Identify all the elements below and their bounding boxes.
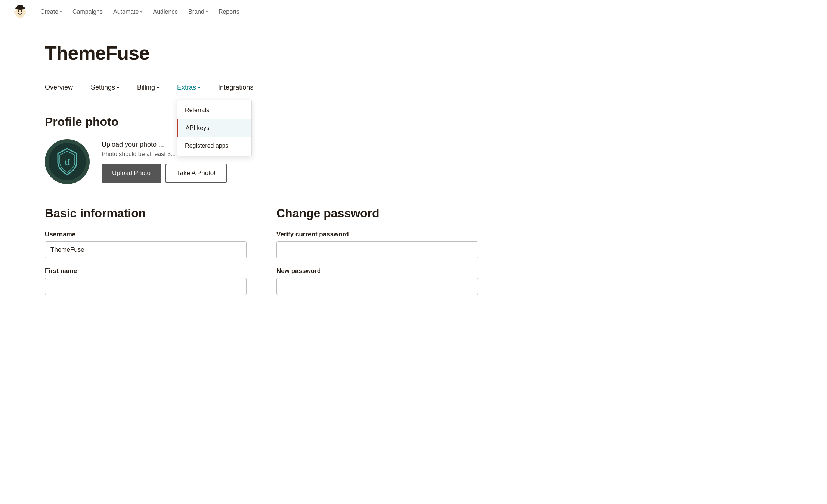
nav-audience-label: Audience	[153, 9, 178, 15]
photo-buttons: Upload Photo Take A Photo!	[102, 164, 227, 183]
svg-point-3	[18, 10, 19, 12]
username-label: Username	[45, 231, 247, 238]
upload-photo-button[interactable]: Upload Photo	[102, 164, 161, 183]
nav-reports-label: Reports	[219, 9, 239, 15]
firstname-group: First name	[45, 267, 247, 295]
logo[interactable]	[12, 4, 28, 20]
dropdown-api-keys-label: API keys	[186, 125, 209, 131]
extras-dropdown-menu: Referrals API keys Registered apps	[177, 100, 252, 156]
subnav-extras-label: Extras	[177, 84, 196, 91]
main-content: ThemeFuse Overview Settings ▾ Billing ▾ …	[0, 24, 523, 322]
nav-create-chevron: ▾	[60, 9, 62, 14]
nav-item-reports[interactable]: Reports	[219, 9, 239, 15]
nav-items-list: Create ▾ Campaigns Automate ▾ Audience B…	[40, 9, 239, 15]
new-password-label: New password	[276, 267, 478, 275]
nav-brand-chevron: ▾	[206, 9, 208, 14]
subnav-billing[interactable]: Billing ▾	[137, 79, 167, 97]
new-password-group: New password	[276, 267, 478, 295]
dropdown-item-api-keys[interactable]: API keys	[177, 119, 251, 137]
nav-brand-label: Brand	[188, 9, 204, 15]
change-password-section: Change password Verify current password …	[276, 206, 478, 304]
nav-item-campaigns[interactable]: Campaigns	[72, 9, 103, 15]
svg-point-4	[21, 10, 22, 12]
nav-automate-chevron: ▾	[140, 9, 142, 14]
nav-automate-label: Automate	[113, 9, 139, 15]
profile-photo-row: tf Upload your photo ... Photo should be…	[45, 139, 478, 184]
two-col-section: Basic information Username First name Ch…	[45, 206, 478, 304]
subnav-extras-container: Extras ▾ Referrals API keys Registered a…	[177, 79, 218, 97]
top-navigation: Create ▾ Campaigns Automate ▾ Audience B…	[0, 0, 827, 24]
svg-text:tf: tf	[65, 157, 70, 167]
dropdown-registered-apps-label: Registered apps	[185, 143, 229, 149]
nav-item-brand[interactable]: Brand ▾	[188, 9, 208, 15]
profile-photo-title: Profile photo	[45, 115, 478, 129]
sub-navigation: Overview Settings ▾ Billing ▾ Extras ▾ R…	[45, 79, 478, 97]
nav-campaigns-label: Campaigns	[72, 9, 103, 15]
subnav-overview-label: Overview	[45, 84, 73, 91]
subnav-integrations[interactable]: Integrations	[218, 79, 261, 97]
page-title: ThemeFuse	[45, 42, 478, 64]
username-group: Username	[45, 231, 247, 258]
nav-item-automate[interactable]: Automate ▾	[113, 9, 142, 15]
nav-item-audience[interactable]: Audience	[153, 9, 178, 15]
subnav-billing-chevron: ▾	[157, 85, 159, 90]
svg-rect-8	[17, 5, 23, 9]
dropdown-item-referrals[interactable]: Referrals	[177, 102, 251, 119]
change-password-title: Change password	[276, 206, 478, 220]
firstname-input[interactable]	[45, 278, 247, 295]
subnav-integrations-label: Integrations	[218, 84, 253, 91]
subnav-extras-chevron: ▾	[198, 85, 200, 90]
nav-item-create[interactable]: Create ▾	[40, 9, 62, 15]
subnav-settings-chevron: ▾	[117, 85, 119, 90]
current-password-group: Verify current password	[276, 231, 478, 258]
avatar: tf	[45, 139, 90, 184]
nav-create-label: Create	[40, 9, 58, 15]
basic-info-section: Basic information Username First name	[45, 206, 247, 304]
firstname-label: First name	[45, 267, 247, 275]
svg-point-5	[14, 11, 16, 14]
new-password-input[interactable]	[276, 278, 478, 295]
svg-point-6	[24, 11, 26, 14]
current-password-label: Verify current password	[276, 231, 478, 238]
subnav-settings-label: Settings	[91, 84, 115, 91]
current-password-input[interactable]	[276, 241, 478, 258]
username-input[interactable]	[45, 241, 247, 258]
subnav-overview[interactable]: Overview	[45, 79, 80, 97]
basic-info-title: Basic information	[45, 206, 247, 220]
take-photo-button[interactable]: Take A Photo!	[165, 164, 227, 183]
subnav-settings[interactable]: Settings ▾	[91, 79, 127, 97]
subnav-extras[interactable]: Extras ▾	[177, 79, 208, 97]
subnav-billing-label: Billing	[137, 84, 155, 91]
dropdown-item-registered-apps[interactable]: Registered apps	[177, 137, 251, 155]
dropdown-referrals-label: Referrals	[185, 107, 209, 113]
